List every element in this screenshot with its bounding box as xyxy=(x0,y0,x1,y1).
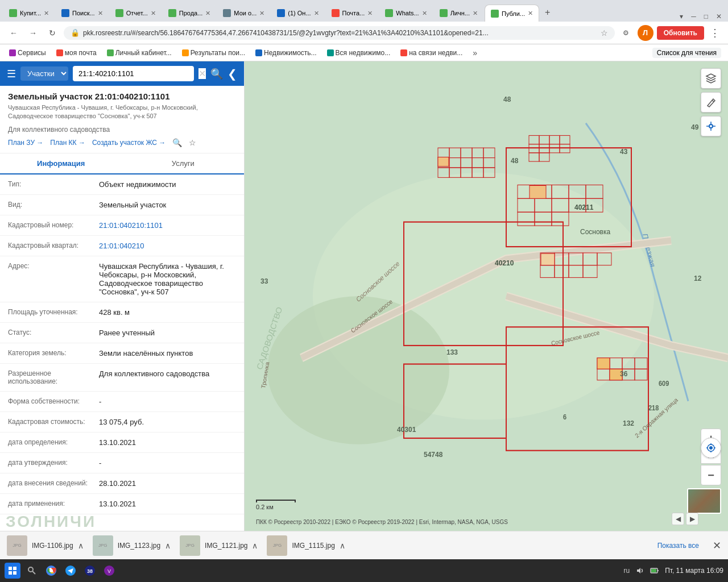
close-downloads-button[interactable]: ✕ xyxy=(713,539,721,552)
tab-close-7[interactable]: ✕ xyxy=(367,10,373,17)
tab-close-1[interactable]: ✕ xyxy=(44,10,49,17)
search-type-select[interactable]: Участки xyxy=(20,66,68,81)
download-item-1[interactable]: JPG IMG_1123.jpg ∧ xyxy=(93,535,171,556)
property-purpose: Для коллективного садоводства xyxy=(8,126,236,134)
address-bar-input-wrap: 🔒 ☆ xyxy=(64,26,615,40)
svg-text:40301: 40301 xyxy=(397,426,416,434)
search-go-button[interactable]: 🔍 xyxy=(210,68,223,80)
svg-rect-31 xyxy=(552,185,569,198)
my-location-button[interactable] xyxy=(701,116,721,136)
taskbar-viber-icon[interactable]: V xyxy=(101,563,117,579)
address-input[interactable] xyxy=(83,29,597,37)
tab-close-4[interactable]: ✕ xyxy=(205,10,210,17)
tab-2[interactable]: Поиск... ✕ xyxy=(56,5,109,22)
svg-rect-53 xyxy=(438,157,449,166)
taskbar-telegram-icon[interactable] xyxy=(63,563,78,579)
new-tab-button[interactable]: + xyxy=(540,5,555,20)
create-parcel-link[interactable]: Создать участок ЖС → xyxy=(92,139,166,147)
browser-menu-icon[interactable]: ⋮ xyxy=(708,27,722,39)
svg-rect-47 xyxy=(569,265,583,278)
tab-9[interactable]: Личн... ✕ xyxy=(434,5,483,22)
show-all-downloads-button[interactable]: Показать все xyxy=(657,542,699,550)
download-item-3[interactable]: JPG IMG_1115.jpg ∧ xyxy=(267,535,345,556)
download-item-0[interactable]: JPG IMG-1106.jpg ∧ xyxy=(7,535,84,556)
tab-close-8[interactable]: ✕ xyxy=(422,10,427,17)
search-input[interactable] xyxy=(73,66,194,81)
field-cadastral-num-value[interactable]: 21:01:040210:1101 xyxy=(99,221,236,230)
maximize-btn[interactable]: □ xyxy=(701,11,711,22)
taskbar-windows-icon[interactable] xyxy=(5,563,20,579)
taskbar-search-icon[interactable] xyxy=(24,563,40,579)
download-arrow-1[interactable]: ∧ xyxy=(165,541,171,550)
close-btn[interactable]: ✕ xyxy=(713,11,725,22)
zoom-out-button[interactable]: − xyxy=(701,465,721,485)
bookmark-label-services: Сервисы xyxy=(18,49,46,57)
search-similar-button[interactable]: 🔍 xyxy=(172,138,182,147)
download-arrow-3[interactable]: ∧ xyxy=(340,541,345,550)
svg-text:Проезжая: Проезжая xyxy=(641,232,656,268)
tab-10[interactable]: Публи... ✕ xyxy=(485,5,539,22)
plan-zu-link[interactable]: План ЗУ → xyxy=(8,139,43,147)
tab-info[interactable]: Информация xyxy=(0,153,122,174)
bookmark-mail[interactable]: моя почта xyxy=(54,48,99,58)
taskbar-sound-icon[interactable] xyxy=(635,566,644,575)
layers-button[interactable] xyxy=(701,68,721,89)
svg-rect-17 xyxy=(483,158,495,168)
bookmark-results[interactable]: Результаты пои... xyxy=(180,48,247,58)
tab-close-10[interactable]: ✕ xyxy=(528,10,533,17)
tab-7[interactable]: Почта... ✕ xyxy=(326,5,379,22)
svg-text:48: 48 xyxy=(503,95,511,103)
tab-6[interactable]: (1) Он... ✕ xyxy=(271,5,324,22)
map-thumbnail[interactable] xyxy=(687,488,721,514)
bookmark-star-icon[interactable]: ☆ xyxy=(601,28,608,38)
map-area[interactable]: Проезжая xyxy=(245,61,728,531)
field-date-determined-value: 13.10.2021 xyxy=(99,438,236,447)
tab-list-btn[interactable]: ▾ xyxy=(677,11,686,22)
tab-favicon-10 xyxy=(491,10,499,18)
tab-5[interactable]: Мои о... ✕ xyxy=(217,5,270,22)
taskbar-telegram-badge[interactable]: 38 xyxy=(82,563,98,579)
plan-kk-link[interactable]: План КК → xyxy=(50,139,85,147)
back-button[interactable]: ← xyxy=(6,25,22,41)
field-cadastral-quarter-value[interactable]: 21:01:040210 xyxy=(99,242,236,250)
tab-4[interactable]: Прода... ✕ xyxy=(163,5,217,22)
extensions-btn[interactable]: ⚙ xyxy=(618,25,634,41)
svg-rect-60 xyxy=(610,369,622,380)
bookmark-add-button[interactable]: ☆ xyxy=(189,138,196,147)
bookmark-allrealty[interactable]: Вся недвижимо... xyxy=(325,48,393,58)
reload-button[interactable]: ↻ xyxy=(44,25,60,41)
tab-services[interactable]: Услуги xyxy=(122,153,245,173)
search-menu-icon[interactable]: ☰ xyxy=(7,68,16,80)
tab-close-3[interactable]: ✕ xyxy=(151,10,156,17)
minimize-btn[interactable]: ─ xyxy=(688,11,699,22)
tab-8[interactable]: Whats... ✕ xyxy=(379,5,432,22)
taskbar-chrome-icon[interactable] xyxy=(43,563,59,579)
bookmark-realty[interactable]: Недвижимость... xyxy=(253,48,319,58)
tab-close-6[interactable]: ✕ xyxy=(314,10,319,17)
bookmark-services[interactable]: Сервисы xyxy=(7,48,48,58)
svg-text:Сосновское шоссе: Сосновское шоссе xyxy=(355,260,400,303)
bookmark-cabinet[interactable]: Личный кабинет... xyxy=(105,48,174,58)
download-arrow-2[interactable]: ∧ xyxy=(252,541,258,550)
tab-3[interactable]: Отчет... ✕ xyxy=(110,5,162,22)
draw-button[interactable] xyxy=(701,92,721,113)
tab-close-5[interactable]: ✕ xyxy=(259,10,264,17)
nav-right-arrow[interactable]: ▶ xyxy=(686,513,698,525)
current-location-button[interactable] xyxy=(701,438,721,458)
download-arrow-0[interactable]: ∧ xyxy=(78,541,84,550)
bookmarks-more-icon[interactable]: » xyxy=(473,48,477,57)
bookmark-connect[interactable]: на связи недви... xyxy=(398,48,465,58)
field-land-cat: Категория земель: Земли населённых пункт… xyxy=(0,343,244,364)
reading-list-button[interactable]: Список для чтения xyxy=(652,48,721,58)
forward-button[interactable]: → xyxy=(25,25,41,41)
collapse-arrow-icon[interactable]: ❮ xyxy=(228,67,237,81)
field-type-value: Объект недвижимости xyxy=(99,180,236,189)
profile-avatar[interactable]: Л xyxy=(638,25,653,41)
download-item-2[interactable]: JPG IMG_1121.jpg ∧ xyxy=(180,535,258,556)
tab-close-9[interactable]: ✕ xyxy=(473,10,478,17)
nav-left-arrow[interactable]: ◀ xyxy=(672,513,684,525)
tab-close-2[interactable]: ✕ xyxy=(98,10,103,17)
tab-1[interactable]: Купит... ✕ xyxy=(3,5,55,22)
search-clear-button[interactable]: ✕ xyxy=(198,68,206,79)
update-button[interactable]: Обновить xyxy=(657,26,704,40)
